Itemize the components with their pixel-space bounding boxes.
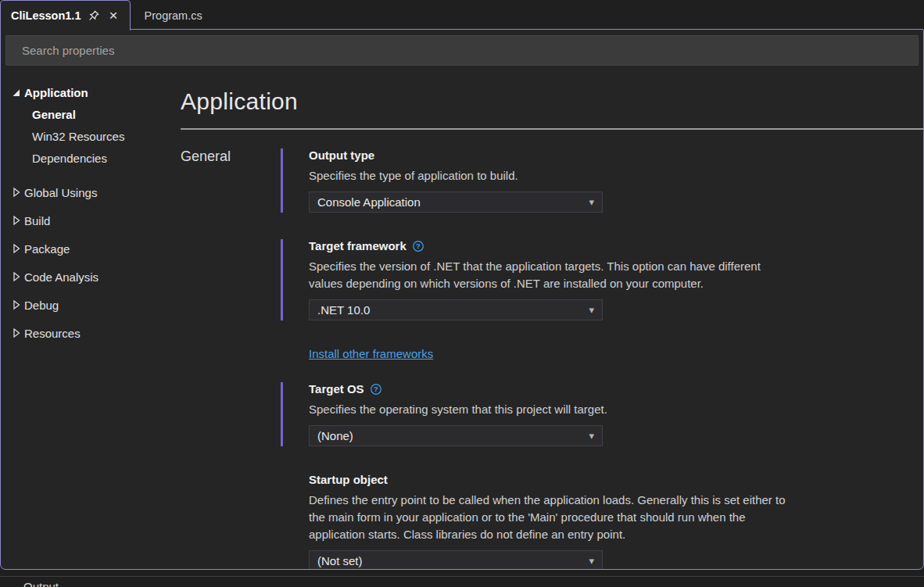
field-description: Defines the entry point to be called whe…	[309, 492, 790, 543]
sidebar-item-build[interactable]: Build	[1, 206, 181, 234]
chevron-down-icon: ▾	[589, 430, 594, 442]
target-framework-dropdown[interactable]: .NET 10.0 ▾	[309, 299, 603, 320]
field-group-target-framework: Target framework ? Specifies the version…	[281, 239, 923, 320]
help-icon[interactable]: ?	[412, 240, 424, 252]
field-description: Specifies the operating system that this…	[309, 401, 923, 418]
svg-text:?: ?	[416, 242, 421, 250]
sidebar-item-dependencies[interactable]: Dependencies	[1, 147, 181, 169]
field-description: Specifies the version of .NET that the a…	[309, 258, 797, 292]
field-group-target-os: Target OS ? Specifies the operating syst…	[281, 382, 923, 446]
triangle-collapsed-icon[interactable]	[11, 328, 24, 338]
field-label: Output type	[309, 149, 923, 162]
sidebar-item-general[interactable]: General	[1, 103, 181, 125]
sidebar-item-win32-resources[interactable]: Win32 Resources	[1, 125, 181, 147]
sidebar-item-debug[interactable]: Debug	[1, 291, 181, 319]
tab-label: CliLesson1.1	[11, 9, 81, 22]
triangle-collapsed-icon[interactable]	[11, 215, 24, 226]
pin-icon[interactable]	[88, 10, 99, 21]
chevron-down-icon: ▾	[589, 304, 594, 316]
sidebar-item-code-analysis[interactable]: Code Analysis	[1, 263, 181, 291]
chevron-down-icon: ▾	[589, 196, 594, 208]
output-type-dropdown[interactable]: Console Application ▾	[309, 191, 603, 213]
triangle-collapsed-icon[interactable]	[11, 271, 24, 282]
sidebar-item-global-usings[interactable]: Global Usings	[1, 178, 181, 206]
application-settings-panel: Application General Output type Specifie…	[181, 68, 923, 570]
field-label: Startup object	[309, 473, 923, 486]
properties-nav-tree: Application General Win32 Resources Depe…	[1, 70, 181, 347]
triangle-expanded-icon[interactable]	[11, 88, 24, 98]
field-label: Target OS ?	[309, 382, 923, 396]
startup-object-dropdown[interactable]: (Not set) ▾	[309, 550, 603, 570]
target-os-dropdown[interactable]: (None) ▾	[309, 425, 603, 446]
install-other-frameworks-link[interactable]: Install other frameworks	[309, 347, 433, 360]
output-panel[interactable]: Output	[0, 576, 924, 587]
field-label: Target framework ?	[309, 239, 923, 252]
page-title: Application	[181, 88, 923, 115]
triangle-collapsed-icon[interactable]	[11, 299, 24, 310]
document-tab-bar: CliLesson1.1 × Program.cs	[0, 0, 924, 29]
search-input[interactable]	[5, 35, 919, 66]
triangle-collapsed-icon[interactable]	[11, 243, 24, 254]
tab-clilesson1-1[interactable]: CliLesson1.1 ×	[0, 0, 131, 30]
help-icon[interactable]: ?	[370, 383, 382, 396]
svg-text:?: ?	[374, 385, 378, 393]
chevron-down-icon: ▾	[589, 555, 594, 567]
title-divider	[181, 128, 923, 130]
triangle-collapsed-icon[interactable]	[11, 187, 24, 198]
sidebar-item-application[interactable]: Application	[1, 81, 181, 103]
output-panel-title: Output	[0, 580, 924, 587]
tab-label: Program.cs	[145, 9, 202, 22]
sidebar-item-package[interactable]: Package	[1, 234, 181, 263]
field-group-startup-object: Startup object Defines the entry point t…	[281, 473, 923, 570]
section-label-general: General	[181, 149, 281, 570]
field-description: Specifies the type of application to bui…	[309, 167, 923, 184]
vs-project-properties-window: CliLesson1.1 × Program.cs Application	[0, 0, 924, 587]
properties-page: Application General Win32 Resources Depe…	[0, 29, 924, 570]
sidebar-item-resources[interactable]: Resources	[1, 319, 181, 347]
tab-program-cs[interactable]: Program.cs	[134, 0, 213, 29]
close-icon[interactable]: ×	[107, 11, 119, 20]
field-group-output-type: Output type Specifies the type of applic…	[281, 149, 923, 213]
